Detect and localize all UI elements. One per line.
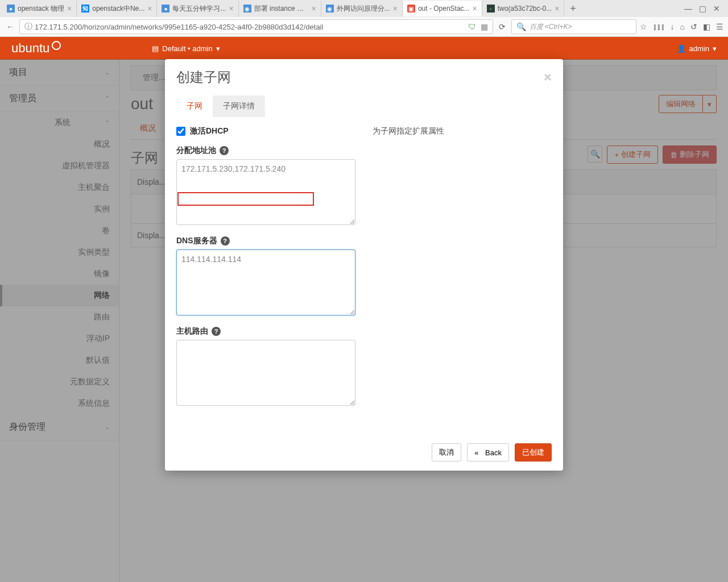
close-icon[interactable]: × — [555, 4, 559, 13]
modal-help-text: 为子网指定扩展属性 — [373, 126, 552, 136]
close-icon[interactable]: × — [147, 4, 152, 13]
dns-label: DNS服务器 — [176, 236, 217, 246]
modal-tab-subnet[interactable]: 子网 — [176, 95, 213, 117]
host-routes-input[interactable] — [176, 340, 355, 406]
submit-button[interactable]: 已创建 — [515, 443, 552, 462]
host-routes-label: 主机路由 — [176, 326, 208, 336]
chevron-down-icon: ▾ — [216, 44, 220, 53]
browser-tab-4[interactable]: ◉外网访问原理分...× — [321, 1, 403, 16]
chevron-down-icon: ▾ — [713, 44, 717, 53]
help-icon[interactable]: ? — [220, 146, 229, 155]
home-icon[interactable]: ⌂ — [680, 22, 685, 31]
help-icon[interactable]: ? — [212, 327, 221, 336]
browser-tab-5[interactable]: ▣out - OpenStac...× — [403, 1, 482, 16]
back-icon[interactable]: ← — [5, 21, 16, 32]
minimize-icon[interactable]: — — [684, 4, 692, 13]
enable-dhcp-label: 激活DHCP — [190, 126, 229, 136]
tab-favicon: ▣ — [407, 5, 415, 13]
sidebar-icon[interactable]: ◧ — [703, 22, 710, 31]
close-icon[interactable]: × — [311, 4, 316, 13]
tab-favicon: ● — [7, 5, 15, 13]
dns-input[interactable] — [176, 250, 355, 315]
cancel-button[interactable]: 取消 — [432, 443, 461, 462]
tab-favicon: ▪ — [487, 5, 495, 13]
browser-tab-6[interactable]: ▪two(a53c72bc-0...× — [482, 1, 565, 16]
close-icon[interactable]: × — [544, 69, 552, 85]
browser-tab-3[interactable]: ◉部署 instance 到...× — [239, 1, 321, 16]
library-icon[interactable]: ⫿⫿⫿ — [653, 22, 665, 31]
tab-favicon: ◉ — [243, 5, 251, 13]
top-nav: ubuntu ▤ Default • admin ▾ 👤 admin ▾ — [0, 37, 728, 60]
browser-tab-2[interactable]: ●每天五分钟学习...× — [157, 1, 238, 16]
star-icon[interactable]: ☆ — [640, 22, 647, 31]
modal-title: 创建子网 — [176, 68, 231, 86]
search-icon: 🔍 — [516, 22, 526, 31]
close-icon[interactable]: × — [67, 4, 72, 13]
logo-icon — [52, 41, 61, 50]
tab-strip: ●openstack 物理× 知openstack中Ne...× ●每天五分钟学… — [0, 0, 728, 17]
back-button[interactable]: « Back — [467, 443, 509, 462]
browser-tab-0[interactable]: ●openstack 物理× — [2, 1, 77, 16]
qr-icon[interactable]: ▦ — [481, 22, 488, 31]
modal-tab-details[interactable]: 子网详情 — [213, 95, 265, 117]
tab-favicon: 知 — [81, 5, 89, 13]
user-menu[interactable]: 👤 admin ▾ — [677, 44, 717, 53]
shield-icon[interactable]: 🛡 — [468, 22, 476, 31]
url-input[interactable]: ⓘ 172.171.5.200/horizon/admin/networks/9… — [19, 19, 493, 34]
alloc-pools-input[interactable] — [176, 159, 355, 225]
search-box[interactable]: 🔍 百度 <Ctrl+K> — [511, 19, 636, 34]
folder-icon: ▤ — [152, 44, 159, 53]
download-icon[interactable]: ↓ — [671, 22, 675, 31]
close-icon[interactable]: × — [229, 4, 233, 13]
maximize-icon[interactable]: ▢ — [699, 4, 706, 13]
reload-icon[interactable]: ⟳ — [497, 21, 508, 32]
menu-icon[interactable]: ☰ — [716, 22, 723, 31]
address-bar: ← ⓘ 172.171.5.200/horizon/admin/networks… — [0, 17, 728, 36]
enable-dhcp-checkbox[interactable] — [176, 127, 185, 136]
browser-tab-1[interactable]: 知openstack中Ne...× — [77, 1, 157, 16]
sync-icon[interactable]: ↺ — [690, 22, 697, 31]
tab-favicon: ◉ — [326, 5, 334, 13]
browser-chrome: ●openstack 物理× 知openstack中Ne...× ●每天五分钟学… — [0, 0, 728, 37]
close-icon[interactable]: × — [393, 4, 398, 13]
create-subnet-modal: 创建子网 × 子网 子网详情 激活DHCP 分配地址池? — [165, 59, 563, 471]
close-window-icon[interactable]: ✕ — [713, 4, 720, 13]
help-icon[interactable]: ? — [221, 236, 230, 246]
user-icon: 👤 — [677, 44, 686, 53]
project-selector[interactable]: ▤ Default • admin ▾ — [152, 44, 220, 53]
info-icon: ⓘ — [24, 22, 32, 32]
new-tab-button[interactable]: + — [564, 3, 582, 15]
alloc-pools-label: 分配地址池 — [176, 146, 216, 156]
logo: ubuntu — [11, 41, 49, 56]
modal-overlay: 创建子网 × 子网 子网详情 激活DHCP 分配地址池? — [0, 59, 728, 582]
tab-favicon: ● — [162, 5, 169, 13]
close-icon[interactable]: × — [473, 4, 477, 13]
back-icon: « — [474, 448, 478, 457]
